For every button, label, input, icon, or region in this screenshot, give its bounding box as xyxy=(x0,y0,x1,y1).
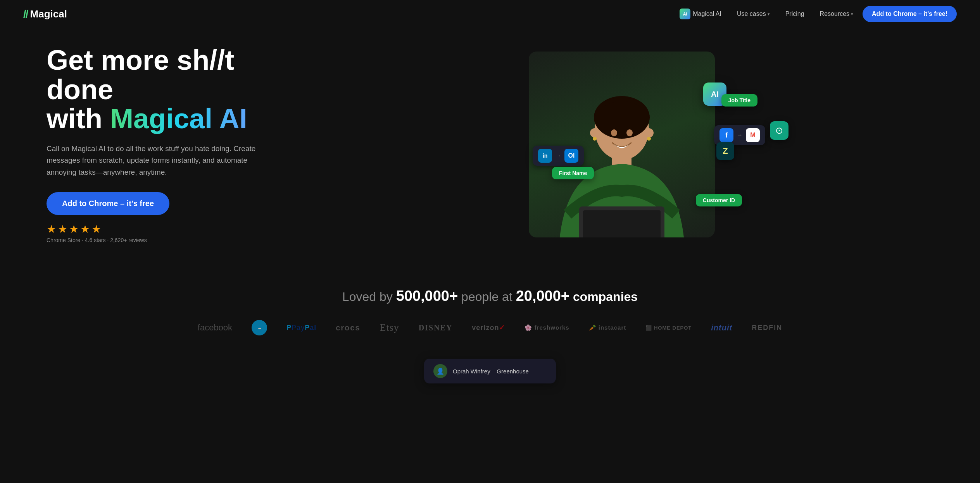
nav-pricing-label: Pricing xyxy=(785,10,804,17)
loved-section: Loved by 500,000+ people at 20,000+ comp… xyxy=(0,268,980,347)
chatgpt-icon: ⊙ xyxy=(770,121,788,140)
star-5: ★ xyxy=(91,223,101,235)
facebook-icon: f xyxy=(719,128,733,142)
companies-count: 20,000+ xyxy=(516,288,569,304)
svg-point-3 xyxy=(594,96,650,139)
stars-row: ★ ★ ★ ★ ★ xyxy=(47,223,101,235)
gmail-icon: M xyxy=(746,128,760,142)
loved-prefix: Loved by xyxy=(342,290,396,304)
star-3: ★ xyxy=(69,223,79,235)
logo-salesforce: ☁ xyxy=(252,320,267,335)
logo-facebook: facebook xyxy=(198,323,232,333)
svg-point-9 xyxy=(647,137,651,141)
logo-instacart: 🥕 instacart xyxy=(589,324,626,331)
nav-right: AI Magical AI Use cases ▾ Pricing Resour… xyxy=(673,5,957,22)
first-name-badge: First Name xyxy=(552,167,594,179)
zendesk-icon: Z xyxy=(716,142,734,160)
linkedin-icon: in xyxy=(538,149,552,163)
chevron-down-icon: ▾ xyxy=(768,12,770,17)
person-illustration xyxy=(529,52,715,237)
nav-cta-button[interactable]: Add to Chrome – it's free! xyxy=(863,6,957,22)
logo[interactable]: // Magical xyxy=(23,8,67,20)
peek-avatar: 👤 xyxy=(433,364,447,378)
hero-image xyxy=(529,52,715,237)
nav-ai-label: Magical AI xyxy=(693,10,721,17)
chevron-down-icon: ▾ xyxy=(851,12,853,17)
hero-description: Call on Magical AI to do all the work st… xyxy=(47,143,264,178)
hero-title-highlight: Magical AI xyxy=(110,103,247,134)
logo-freshworks: 🌸 freshworks xyxy=(525,324,569,331)
nav-pricing[interactable]: Pricing xyxy=(779,7,811,21)
svg-point-7 xyxy=(644,128,654,138)
hero-title-prefix: with xyxy=(47,103,110,134)
star-4: ★ xyxy=(80,223,90,235)
job-title-badge: Job Title xyxy=(721,94,757,107)
hero-cta-button[interactable]: Add to Chrome – it's free xyxy=(47,192,169,215)
customer-id-badge: Customer ID xyxy=(696,194,742,206)
nav-resources[interactable]: Resources ▾ xyxy=(814,7,859,21)
logo-slashes: // xyxy=(23,8,28,20)
peek-card: 👤 Oprah Winfrey – Greenhouse xyxy=(424,359,556,383)
logo-paypal: PPayPal xyxy=(286,324,316,332)
bottom-section: 👤 Oprah Winfrey – Greenhouse xyxy=(0,347,980,387)
loved-suffix: companies xyxy=(569,290,638,304)
svg-point-5 xyxy=(626,129,633,136)
logos-row: facebook ☁ PPayPal crocs Etsy DISNEY ver… xyxy=(16,320,964,335)
svg-point-4 xyxy=(611,129,617,136)
peek-name: Oprah Winfrey – Greenhouse xyxy=(453,368,529,375)
nav-ai-link[interactable]: AI Magical AI xyxy=(673,5,728,22)
star-1: ★ xyxy=(47,223,56,235)
logo-home-depot: ⬛ HOME DEPOT xyxy=(645,325,692,331)
logo-verizon: verizon✓ xyxy=(472,323,505,332)
logo-redfin: REDFIN xyxy=(752,324,782,332)
star-2: ★ xyxy=(58,223,67,235)
ai-icon: AI xyxy=(680,9,690,19)
nav-use-cases-label: Use cases xyxy=(737,10,766,17)
logo-intuit: intuit xyxy=(711,323,732,332)
svg-point-6 xyxy=(590,128,599,138)
svg-rect-11 xyxy=(583,210,661,237)
hero-visual: AI Job Title f → M ⊙ in → Ol First Name … xyxy=(295,44,949,245)
hero-title: Get more sh//t done with Magical AI xyxy=(47,46,295,134)
loved-title: Loved by 500,000+ people at 20,000+ comp… xyxy=(16,288,964,304)
logo-disney: DISNEY xyxy=(419,323,453,332)
hero-content: Get more sh//t done with Magical AI Call… xyxy=(47,46,295,243)
hero-rating: ★ ★ ★ ★ ★ Chrome Store · 4.6 stars · 2,6… xyxy=(47,223,295,243)
logo-text: Magical xyxy=(30,8,67,20)
svg-point-8 xyxy=(593,137,597,141)
logo-etsy: Etsy xyxy=(380,322,399,333)
nav-use-cases[interactable]: Use cases ▾ xyxy=(731,7,776,21)
hero-title-line1: Get more sh//t done xyxy=(47,45,234,105)
logo-crocs: crocs xyxy=(336,323,360,332)
linkedin-to-outlook: in → Ol xyxy=(533,146,584,166)
loved-middle: people at xyxy=(458,290,516,304)
hero-rating-text: Chrome Store · 4.6 stars · 2,620+ review… xyxy=(47,237,147,243)
arrow-icon2: → xyxy=(555,152,561,159)
nav-resources-label: Resources xyxy=(820,10,849,17)
outlook-icon: Ol xyxy=(564,149,578,163)
people-count: 500,000+ xyxy=(396,288,458,304)
hero-section: Get more sh//t done with Magical AI Call… xyxy=(0,28,980,268)
arrow-icon: → xyxy=(737,132,743,139)
navigation: // Magical AI Magical AI Use cases ▾ Pri… xyxy=(0,0,980,28)
